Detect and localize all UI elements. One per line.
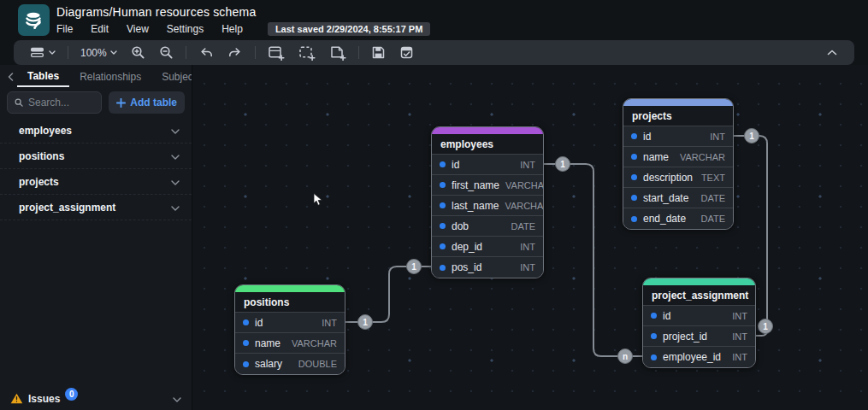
field-type: INT bbox=[732, 352, 747, 362]
save-button[interactable] bbox=[364, 40, 393, 65]
add-note-icon bbox=[329, 45, 346, 61]
field-type: INT bbox=[732, 331, 747, 342]
zoom-in-button[interactable] bbox=[124, 40, 152, 65]
field-name: project_id bbox=[663, 331, 707, 343]
sidebar: TablesRelationshipsSubject Are bbox=[0, 65, 192, 410]
menu-item-settings[interactable]: Settings bbox=[167, 23, 204, 35]
field-name: first_name bbox=[452, 179, 499, 191]
tab-tables[interactable]: Tables bbox=[17, 66, 69, 87]
tab-relationships[interactable]: Relationships bbox=[69, 67, 151, 86]
zoom-level-button[interactable]: 100% bbox=[74, 40, 124, 65]
sidebar-tabbar: TablesRelationshipsSubject Are bbox=[0, 65, 192, 88]
field-dot-icon bbox=[631, 133, 637, 139]
field-type: VARCHAR bbox=[505, 201, 544, 211]
field-row-first_name: first_nameVARCHAR bbox=[432, 175, 543, 196]
table-color-bar bbox=[235, 285, 345, 292]
field-dot-icon bbox=[440, 182, 446, 188]
table-card-employees[interactable]: employeesidINTfirst_nameVARCHARlast_name… bbox=[431, 126, 544, 278]
field-type: DATE bbox=[700, 214, 725, 224]
field-row-dob: dobDATE bbox=[432, 216, 543, 237]
table-name: project_assignment bbox=[652, 290, 748, 302]
menu-item-view[interactable]: View bbox=[127, 23, 149, 35]
badge-label: 1 bbox=[363, 318, 368, 327]
search-icon bbox=[15, 97, 23, 108]
field-dot-icon bbox=[651, 354, 657, 360]
sidebar-item-employees[interactable]: employees bbox=[0, 118, 192, 144]
field-row-id: idINT bbox=[235, 313, 345, 333]
tab-subject-are[interactable]: Subject Are bbox=[151, 67, 192, 86]
field-name: id bbox=[452, 159, 459, 171]
badge-label: 1 bbox=[749, 132, 754, 141]
field-row-project_id: project_idINT bbox=[643, 326, 755, 347]
cardinality-badge: 1 bbox=[745, 129, 759, 144]
field-dot-icon bbox=[631, 154, 637, 160]
table-card-header: employees bbox=[432, 134, 543, 155]
caret-down-icon bbox=[110, 50, 117, 55]
search-box[interactable] bbox=[7, 91, 102, 114]
field-name: end_date bbox=[643, 213, 686, 225]
field-dot-icon bbox=[651, 333, 657, 339]
diagram-canvas[interactable]: 111n11 employeesidINTfirst_nameVARCHARla… bbox=[192, 65, 868, 410]
table-card-header: positions bbox=[235, 292, 345, 313]
field-name: description bbox=[643, 172, 693, 184]
field-row-name: nameVARCHAR bbox=[623, 147, 733, 167]
menu-item-edit[interactable]: Edit bbox=[91, 23, 109, 35]
add-table-button[interactable]: Add table bbox=[109, 91, 185, 114]
field-row-name: nameVARCHAR bbox=[235, 333, 345, 354]
todo-button[interactable] bbox=[393, 40, 421, 65]
issues-section[interactable]: Issues 0 bbox=[0, 387, 192, 410]
last-saved-badge: Last saved 2/29/2024, 8:55:17 PM bbox=[268, 22, 430, 36]
issues-label: Issues bbox=[28, 393, 60, 405]
field-dot-icon bbox=[243, 319, 249, 325]
field-name: last_name bbox=[452, 200, 499, 212]
field-row-id: idINT bbox=[623, 126, 733, 147]
search-input[interactable] bbox=[28, 97, 94, 108]
zoom-out-button[interactable] bbox=[152, 40, 180, 65]
sidebar-item-project_assignment[interactable]: project_assignment bbox=[0, 195, 192, 220]
table-list: employeespositionsprojectsproject_assign… bbox=[0, 118, 192, 387]
table-card-positions[interactable]: positionsidINTnameVARCHARsalaryDOUBLE bbox=[234, 284, 345, 375]
cardinality-badge: 1 bbox=[759, 319, 773, 334]
badge-label: n bbox=[623, 352, 628, 361]
database-pencil-icon bbox=[23, 9, 45, 32]
field-name: id bbox=[663, 310, 670, 322]
chevron-up-icon bbox=[827, 50, 837, 56]
cardinality-badge: 1 bbox=[407, 260, 422, 274]
field-type: VARCHAR bbox=[505, 180, 544, 190]
zoom-in-icon bbox=[131, 45, 145, 60]
field-dot-icon bbox=[243, 340, 249, 346]
redo-button[interactable] bbox=[221, 40, 250, 65]
table-card-project_assignment[interactable]: project_assignmentidINTproject_idINTempl… bbox=[642, 278, 756, 368]
collapse-header-button[interactable] bbox=[818, 50, 846, 56]
add-table-icon bbox=[268, 45, 285, 61]
sidebar-search-row: Add table bbox=[0, 88, 192, 118]
toolbar: 100% bbox=[14, 40, 854, 65]
table-name: positions bbox=[244, 296, 289, 308]
table-card-projects[interactable]: projectsidINTnameVARCHARdescriptionTEXTs… bbox=[623, 98, 734, 230]
add-note-button[interactable] bbox=[322, 40, 353, 65]
cardinality-badge: 1 bbox=[358, 315, 373, 330]
sidebar-item-label: projects bbox=[19, 176, 59, 188]
tabs-scroll-left-icon[interactable] bbox=[3, 73, 17, 81]
add-table-button[interactable] bbox=[261, 40, 292, 65]
field-name: id bbox=[643, 131, 651, 143]
sidebar-item-positions[interactable]: positions bbox=[0, 144, 192, 169]
add-area-icon bbox=[298, 45, 316, 61]
chevron-down-icon bbox=[171, 125, 180, 137]
view-header-button[interactable] bbox=[22, 40, 62, 65]
table-color-bar bbox=[623, 99, 733, 106]
menubar: FileEditViewSettingsHelpLast saved 2/29/… bbox=[56, 22, 868, 36]
sidebar-item-projects[interactable]: projects bbox=[0, 169, 192, 195]
redo-icon bbox=[227, 46, 243, 60]
field-row-end_date: end_dateDATE bbox=[623, 208, 733, 229]
menu-item-help[interactable]: Help bbox=[221, 23, 243, 35]
field-dot-icon bbox=[440, 161, 446, 167]
page-title: Diagrams/Human resources schema bbox=[56, 5, 868, 19]
menu-item-file[interactable]: File bbox=[56, 23, 73, 35]
sidebar-item-label: employees bbox=[19, 125, 72, 137]
field-dot-icon bbox=[440, 265, 446, 271]
zoom-level-value: 100% bbox=[80, 47, 107, 59]
app-logo-icon[interactable] bbox=[18, 4, 50, 36]
add-area-button[interactable] bbox=[292, 40, 322, 65]
undo-button[interactable] bbox=[192, 40, 221, 65]
